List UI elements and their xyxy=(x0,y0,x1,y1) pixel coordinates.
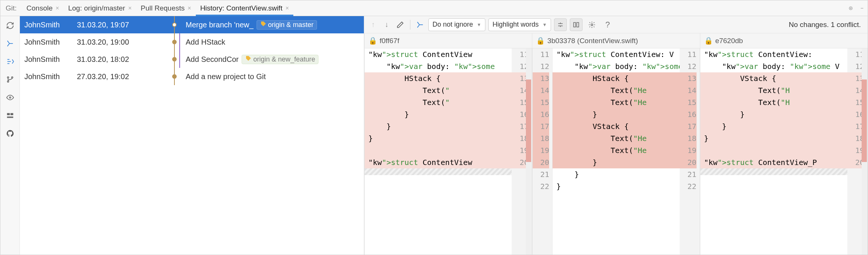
ignore-label: Do not ignore xyxy=(432,21,473,28)
tag-icon xyxy=(260,21,267,29)
highlight-mode-dropdown[interactable]: Highlight words ▼ xyxy=(488,18,551,31)
tab-console[interactable]: Console× xyxy=(22,0,64,16)
code-lines: "kw">struct ContentView "kw">var body: "… xyxy=(365,48,512,255)
commit-author: JohnSmith xyxy=(24,55,77,64)
code-body[interactable]: "kw">struct ContentView "kw">var body: "… xyxy=(365,48,532,255)
commit-graph-node xyxy=(171,16,186,33)
diff-column: 🔒e7620db"kw">struct ContentView: "kw">va… xyxy=(700,33,868,255)
tab-label: Log: origin/master xyxy=(68,4,125,12)
commit-date: 31.03.20, 18:02 xyxy=(77,55,171,64)
commit-row[interactable]: JohnSmith31.03.20, 19:07Merge branch 'ne… xyxy=(20,16,364,33)
commit-author: JohnSmith xyxy=(24,38,77,46)
commit-date: 31.03.20, 19:00 xyxy=(77,38,171,46)
close-icon[interactable]: × xyxy=(188,5,191,12)
commit-row[interactable]: JohnSmith27.03.20, 19:02Add a new projec… xyxy=(20,68,364,85)
tab-label: Console xyxy=(27,4,53,12)
diff-column-header: 🔒e7620db xyxy=(700,33,868,48)
git-label: Git: xyxy=(3,4,22,12)
commit-graph-node xyxy=(171,33,186,51)
svg-point-10 xyxy=(173,23,176,27)
close-icon[interactable]: × xyxy=(56,5,59,12)
svg-point-0 xyxy=(850,8,851,9)
svg-point-3 xyxy=(7,81,9,82)
merge-into-icon[interactable] xyxy=(5,38,16,49)
code-lines: "kw">struct ContentView: "kw">var body: … xyxy=(700,48,847,255)
svg-point-2 xyxy=(7,77,9,78)
github-icon[interactable] xyxy=(5,128,16,139)
svg-point-13 xyxy=(173,40,176,44)
lock-icon: 🔒 xyxy=(368,36,377,45)
diff-column: 🔒3b03378 (ContentView.swift)111213141516… xyxy=(532,33,700,255)
diff-column-header: 🔒f0ff67f xyxy=(365,33,532,48)
diff-column: 🔒f0ff67f"kw">struct ContentView "kw">var… xyxy=(364,33,532,255)
svg-point-4 xyxy=(11,77,13,78)
commit-date: 31.03.20, 19:07 xyxy=(77,21,171,29)
highlight-label: Highlight words xyxy=(493,21,539,28)
minimize-icon[interactable] xyxy=(856,3,868,14)
revision-hash: 3b03378 (ContentView.swift) xyxy=(547,37,638,45)
code-lines: "kw">struct ContentView: V "kw">var body… xyxy=(553,48,679,255)
close-icon[interactable]: × xyxy=(128,5,132,12)
svg-point-18 xyxy=(173,75,176,78)
commit-graph-node xyxy=(171,51,186,68)
layout-icon[interactable] xyxy=(5,110,16,121)
diff-area: ↑ ↓ Do not ignore ▼ Highlight words ▼ ? xyxy=(364,16,868,255)
tab-log-origin-master[interactable]: Log: origin/master× xyxy=(64,0,136,16)
commit-author: JohnSmith xyxy=(24,21,77,29)
commit-message: Add a new project to Git xyxy=(186,72,364,81)
branch-badge: origin & new_feature xyxy=(242,55,318,64)
commit-message: Add SecondCororigin & new_feature xyxy=(186,55,364,64)
diff-settings-icon[interactable] xyxy=(586,18,598,31)
commit-author: JohnSmith xyxy=(24,72,77,81)
svg-point-5 xyxy=(9,97,11,98)
commit-row[interactable]: JohnSmith31.03.20, 18:02Add SecondCorori… xyxy=(20,51,364,68)
revision-hash: e7620db xyxy=(715,37,743,45)
commit-message: Add HStack xyxy=(186,38,364,46)
tag-icon xyxy=(245,55,252,64)
svg-rect-19 xyxy=(574,22,575,27)
svg-rect-6 xyxy=(7,113,9,116)
line-gutter: 111213141516171819202122 xyxy=(680,48,700,255)
minimap[interactable] xyxy=(862,48,867,255)
branch-icon[interactable] xyxy=(5,74,16,85)
svg-rect-7 xyxy=(10,113,13,116)
tabs-bar: Git: Console×Log: origin/master×Pull Req… xyxy=(0,0,868,16)
tab-pull-requests[interactable]: Pull Requests× xyxy=(136,0,196,16)
diff-column-header: 🔒3b03378 (ContentView.swift) xyxy=(532,33,700,48)
code-body[interactable]: 111213141516171819202122"kw">struct Cont… xyxy=(532,48,700,255)
commit-history-panel: JohnSmith31.03.20, 19:07Merge branch 'ne… xyxy=(20,16,364,255)
tab-label: Pull Requests xyxy=(141,4,185,12)
ignore-whitespace-dropdown[interactable]: Do not ignore ▼ xyxy=(428,18,485,31)
close-icon[interactable]: × xyxy=(285,5,289,12)
help-icon[interactable]: ? xyxy=(601,18,614,31)
chevron-down-icon: ▼ xyxy=(542,22,547,27)
branch-badge: origin & master xyxy=(257,20,317,30)
edit-icon[interactable] xyxy=(395,20,405,30)
commit-date: 27.03.20, 19:02 xyxy=(77,72,171,81)
svg-point-16 xyxy=(173,57,176,61)
line-gutter: 111213141516171819202122 xyxy=(532,48,553,255)
svg-point-21 xyxy=(591,24,593,26)
refresh-icon[interactable] xyxy=(5,20,16,31)
prev-diff-icon[interactable]: ↑ xyxy=(368,20,378,30)
gear-icon[interactable] xyxy=(845,3,856,14)
lock-icon: 🔒 xyxy=(536,36,545,45)
chevron-down-icon: ▼ xyxy=(477,22,481,27)
collapse-unchanged-icon[interactable] xyxy=(554,18,567,31)
svg-rect-20 xyxy=(577,22,578,27)
minimap[interactable] xyxy=(526,48,531,255)
merge-lines-icon[interactable] xyxy=(5,56,16,67)
tab-history-contentview-swift[interactable]: History: ContentView.swift× xyxy=(196,0,294,16)
svg-rect-8 xyxy=(7,117,13,118)
next-diff-icon[interactable]: ↓ xyxy=(381,20,392,30)
left-toolbar xyxy=(0,16,20,255)
revision-hash: f0ff67f xyxy=(380,37,399,45)
commit-graph-node xyxy=(171,68,186,85)
diff-toolbar: ↑ ↓ Do not ignore ▼ Highlight words ▼ ? xyxy=(364,16,868,33)
commit-message: Merge branch 'new_origin & master xyxy=(186,20,364,30)
commit-row[interactable]: JohnSmith31.03.20, 19:00Add HStack xyxy=(20,33,364,51)
sync-scroll-icon[interactable] xyxy=(570,18,583,31)
apply-nonconflict-icon[interactable] xyxy=(415,20,425,30)
code-body[interactable]: "kw">struct ContentView: "kw">var body: … xyxy=(700,48,868,255)
eye-icon[interactable] xyxy=(5,92,16,103)
